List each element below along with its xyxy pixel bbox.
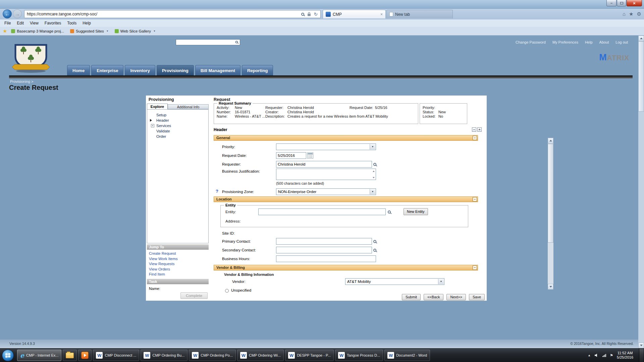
secondary-contact-input[interactable] bbox=[276, 247, 372, 253]
browser-tab-new[interactable]: New tab bbox=[386, 10, 453, 18]
save-button[interactable]: Save bbox=[469, 294, 485, 300]
menu-view[interactable]: View bbox=[27, 21, 42, 25]
link-about[interactable]: About bbox=[599, 40, 609, 44]
nav-tab-bill-management[interactable]: Bill Management bbox=[195, 65, 240, 75]
taskbar-explorer-button[interactable] bbox=[63, 350, 77, 361]
provisioning-zone-select[interactable]: NON-Enterprise Order ▼ bbox=[276, 188, 376, 195]
show-desktop-button[interactable] bbox=[639, 349, 643, 362]
dropdown-arrow-icon[interactable]: ▼ bbox=[438, 279, 444, 284]
nav-tab-provisioning[interactable]: Provisioning bbox=[157, 65, 194, 75]
scroll-up-icon[interactable] bbox=[373, 171, 375, 172]
taskbar-word-window[interactable]: WTangoe Process D... bbox=[335, 350, 383, 361]
tab-additional-info[interactable]: Additional Info bbox=[168, 104, 209, 109]
form-scrollbar[interactable] bbox=[548, 138, 553, 290]
tab-close-icon[interactable]: × bbox=[380, 12, 383, 17]
maximize-button[interactable] bbox=[617, 0, 626, 6]
lookup-icon[interactable] bbox=[373, 163, 376, 166]
add-favorite-star-icon[interactable]: ★ bbox=[3, 28, 7, 34]
collapse-section-icon[interactable]: − bbox=[473, 265, 477, 270]
link-my-preferences[interactable]: My Preferences bbox=[552, 40, 578, 44]
lookup-icon[interactable] bbox=[388, 210, 391, 214]
back-button[interactable]: <<Back bbox=[424, 294, 443, 300]
breadcrumb[interactable]: Provisioning > bbox=[10, 79, 33, 83]
scrollbar-thumb[interactable] bbox=[548, 144, 553, 243]
scrollbar-thumb[interactable] bbox=[638, 41, 644, 112]
next-button[interactable]: Next>> bbox=[446, 294, 466, 300]
scrollbar-down-button[interactable] bbox=[638, 343, 644, 348]
close-button[interactable]: × bbox=[627, 0, 642, 6]
site-search-box[interactable] bbox=[176, 39, 240, 45]
lookup-icon[interactable] bbox=[373, 240, 376, 243]
favorite-web-slice[interactable]: Web Slice Gallery ▼ bbox=[113, 29, 158, 33]
scrollbar-down-button[interactable] bbox=[548, 284, 553, 290]
browser-tab-cmp[interactable]: CMP × bbox=[323, 10, 386, 18]
taskbar-clock[interactable]: 11:52 AM 5/25/2016 bbox=[617, 351, 633, 360]
search-icon[interactable] bbox=[235, 41, 238, 44]
requester-input[interactable] bbox=[276, 161, 372, 168]
link-view-work-items[interactable]: View Work Items bbox=[149, 256, 178, 262]
taskbar-word-window[interactable]: WCMP Disconnect ... bbox=[93, 350, 139, 361]
refresh-icon[interactable]: ↻ bbox=[314, 12, 318, 17]
tree-item-setup[interactable]: Setup bbox=[147, 112, 208, 118]
collapse-section-icon[interactable]: − bbox=[473, 136, 477, 140]
request-date-input[interactable] bbox=[276, 152, 306, 159]
action-center-flag-icon[interactable]: ⚑ bbox=[610, 353, 613, 358]
menu-favorites[interactable]: Favorites bbox=[42, 21, 64, 25]
tree-item-services[interactable]: +Services bbox=[147, 123, 208, 128]
home-icon[interactable]: ⌂ bbox=[623, 11, 626, 17]
link-log-out[interactable]: Log out bbox=[615, 40, 628, 44]
tab-explore[interactable]: Explore bbox=[147, 104, 168, 109]
favorites-star-icon[interactable]: ★ bbox=[629, 11, 633, 17]
scrollbar-up-button[interactable] bbox=[638, 36, 644, 41]
taskbar-word-window[interactable]: WCMP Ordering Bu... bbox=[141, 350, 187, 361]
taskbar-word-window[interactable]: WCMP Ordering Wi... bbox=[237, 350, 284, 361]
hidden-icons-chevron-icon[interactable]: ▲ bbox=[588, 354, 591, 357]
link-find-item[interactable]: Find Item bbox=[149, 272, 178, 277]
help-icon[interactable]: ? bbox=[216, 189, 218, 194]
taskbar-word-window[interactable]: WCMP Ordering Po... bbox=[189, 350, 236, 361]
site-search-input[interactable] bbox=[176, 41, 232, 46]
menu-help[interactable]: Help bbox=[79, 21, 94, 25]
complete-button[interactable]: Complete bbox=[180, 292, 208, 299]
menu-edit[interactable]: Edit bbox=[14, 21, 27, 25]
nav-tab-home[interactable]: Home bbox=[67, 65, 90, 75]
scrollbar-up-button[interactable] bbox=[548, 138, 553, 143]
calendar-icon[interactable] bbox=[307, 153, 313, 159]
address-bar[interactable]: https://commcare.tangoe.com/cmp-soc/ ↻ bbox=[24, 10, 321, 18]
minimize-button[interactable]: – bbox=[606, 0, 616, 6]
primary-contact-input[interactable] bbox=[276, 238, 372, 245]
nav-tab-reporting[interactable]: Reporting bbox=[242, 65, 273, 75]
volume-icon[interactable] bbox=[594, 353, 599, 357]
favorite-suggested-sites[interactable]: Suggested Sites ▼ bbox=[68, 29, 111, 33]
link-change-password[interactable]: Change Password bbox=[516, 40, 546, 44]
business-justification-textarea[interactable] bbox=[276, 169, 376, 180]
link-create-request[interactable]: Create Request bbox=[149, 251, 178, 256]
taskbar-media-player-button[interactable] bbox=[78, 350, 92, 361]
search-icon[interactable] bbox=[301, 13, 304, 16]
expand-all-icon[interactable]: + bbox=[477, 127, 482, 132]
link-view-orders[interactable]: View Orders bbox=[149, 267, 178, 272]
taskbar-word-window[interactable]: WDESPP Tangoe - P... bbox=[285, 350, 334, 361]
dropdown-arrow-icon[interactable]: ▼ bbox=[370, 189, 375, 194]
browser-back-button[interactable]: ← bbox=[3, 9, 12, 18]
dropdown-arrow-icon[interactable]: ▼ bbox=[370, 144, 375, 149]
menu-file[interactable]: File bbox=[1, 21, 14, 25]
start-button[interactable] bbox=[2, 350, 14, 361]
tree-item-validate[interactable]: Validate bbox=[147, 128, 208, 134]
lookup-icon[interactable] bbox=[373, 249, 376, 252]
menu-tools[interactable]: Tools bbox=[64, 21, 79, 25]
nav-tab-inventory[interactable]: Inventory bbox=[125, 65, 155, 75]
taskbar-word-window[interactable]: WDocument2 - Word bbox=[384, 350, 430, 361]
submit-button[interactable]: Submit bbox=[402, 294, 421, 300]
tree-item-header[interactable]: Header bbox=[147, 118, 208, 123]
taskbar-ie-window[interactable]: e CMP - Internet Ex... bbox=[17, 350, 61, 361]
priority-select[interactable]: ▼ bbox=[276, 143, 376, 150]
vendor-select[interactable]: AT&T Mobility ▼ bbox=[345, 278, 444, 285]
network-icon[interactable] bbox=[602, 354, 606, 357]
favorite-basecamp[interactable]: Basecamp 3 Manage proj... bbox=[9, 29, 66, 33]
entity-input[interactable] bbox=[258, 208, 386, 215]
new-entity-button[interactable]: New Entity bbox=[404, 208, 428, 215]
link-view-requests[interactable]: View Requests bbox=[149, 261, 178, 267]
gear-icon[interactable]: ⚙ bbox=[637, 11, 641, 17]
collapse-section-icon[interactable]: − bbox=[473, 197, 477, 201]
